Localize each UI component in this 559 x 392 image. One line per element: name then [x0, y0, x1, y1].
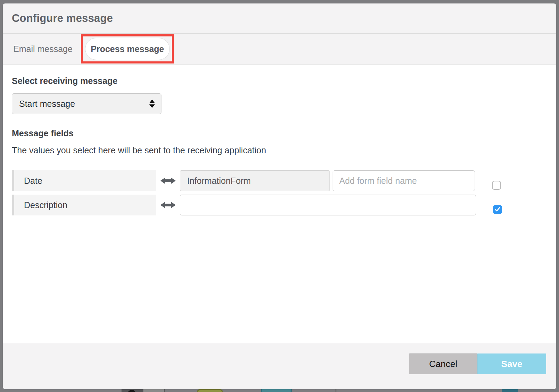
- date-row-checkbox[interactable]: [492, 181, 501, 190]
- background-fragment-olive-shape: [197, 389, 223, 392]
- message-fields-heading: Message fields: [12, 128, 556, 138]
- cancel-button[interactable]: Cancel: [409, 353, 477, 374]
- field-mapping-rows: Date Description: [12, 170, 556, 215]
- tab-bar: Email message Process message: [3, 34, 556, 65]
- triangle-up-icon: [149, 100, 155, 103]
- background-fragment-teal-block: [502, 389, 518, 392]
- background-fragment-gray: [143, 389, 164, 392]
- configure-message-dialog: Configure message Email message Process …: [3, 3, 556, 389]
- tab-process-message[interactable]: Process message: [85, 38, 170, 60]
- receiving-message-heading: Select receiving message: [12, 76, 556, 86]
- background-fragment-divider: [164, 389, 165, 392]
- field-label-date: Date: [12, 170, 156, 191]
- dialog-header: Configure message: [3, 3, 556, 34]
- mapped-form-field[interactable]: [180, 170, 330, 191]
- map-arrow-icon: [156, 201, 180, 209]
- double-arrow-icon: [160, 177, 176, 185]
- screen-backdrop: Configure message Email message Process …: [0, 0, 559, 392]
- field-row-date: Date: [12, 170, 556, 191]
- field-row-description: Description: [12, 195, 556, 215]
- dialog-title: Configure message: [12, 12, 113, 25]
- red-annotation-box: Process message: [81, 34, 174, 63]
- select-value: Start message: [19, 99, 75, 109]
- description-value-input[interactable]: [180, 195, 476, 215]
- checkmark-icon: [495, 206, 500, 212]
- triangle-down-icon: [149, 104, 155, 108]
- background-fragment-teal-block: [261, 389, 292, 392]
- dialog-footer: Cancel Save: [3, 343, 556, 389]
- save-button[interactable]: Save: [477, 353, 546, 374]
- tab-email-message[interactable]: Email message: [13, 44, 73, 54]
- map-arrow-icon: [156, 177, 180, 185]
- select-spinner-icon: [149, 100, 155, 108]
- receiving-message-select[interactable]: Start message: [12, 93, 161, 114]
- background-fragment-divider: [335, 389, 336, 392]
- field-label-description: Description: [12, 195, 156, 215]
- double-arrow-icon: [160, 201, 176, 209]
- background-fragment-toolbar: [122, 389, 143, 392]
- form-field-name-input[interactable]: [333, 170, 475, 191]
- message-fields-description: The values you select here will be sent …: [12, 145, 556, 155]
- description-row-checkbox[interactable]: [493, 205, 502, 214]
- background-fragment-circle: [127, 390, 136, 392]
- dialog-body: Select receiving message Start message M…: [3, 65, 556, 343]
